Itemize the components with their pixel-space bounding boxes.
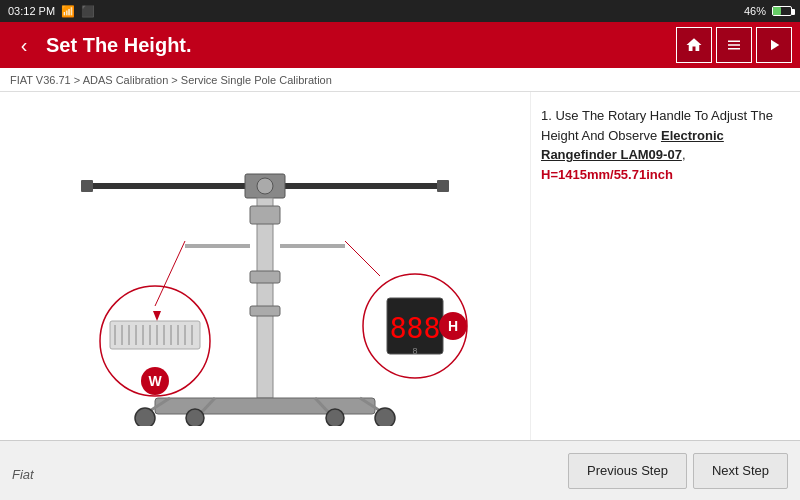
svg-point-18	[186, 409, 204, 426]
comma: ,	[682, 147, 686, 162]
calibration-diagram: W 888 8 H	[35, 106, 495, 426]
previous-step-button[interactable]: Previous Step	[568, 453, 687, 489]
svg-rect-6	[250, 206, 280, 224]
wifi-icon: 📶	[61, 5, 75, 18]
main-content: W 888 8 H 1. Use The Rotary Handle To Ad…	[0, 92, 800, 440]
svg-point-19	[326, 409, 344, 426]
status-left: 03:12 PM 📶 ⬛	[8, 5, 95, 18]
svg-rect-22	[110, 321, 200, 349]
svg-point-17	[375, 408, 395, 426]
svg-text:H: H	[448, 318, 458, 334]
status-right: 46%	[744, 5, 792, 17]
svg-point-16	[135, 408, 155, 426]
back-button[interactable]: ‹	[8, 29, 40, 61]
svg-rect-8	[250, 306, 280, 316]
svg-point-4	[257, 178, 273, 194]
breadcrumb-text: FIAT V36.71 > ADAS Calibration > Service…	[10, 74, 332, 86]
forward-button[interactable]	[756, 27, 792, 63]
status-bar: 03:12 PM 📶 ⬛ 46%	[0, 0, 800, 22]
footer: Fiat Previous Step Next Step	[0, 440, 800, 500]
instruction-text: 1. Use The Rotary Handle To Adjust The H…	[541, 106, 786, 184]
svg-rect-1	[81, 180, 93, 192]
red-text: H=1415mm/55.71inch	[541, 167, 673, 182]
next-step-button[interactable]: Next Step	[693, 453, 788, 489]
svg-text:8: 8	[412, 346, 417, 356]
svg-line-38	[345, 241, 380, 276]
svg-text:W: W	[148, 373, 162, 389]
page-title: Set The Height.	[46, 34, 676, 57]
svg-rect-7	[250, 271, 280, 283]
svg-line-20	[155, 241, 185, 306]
battery-icon	[772, 6, 792, 16]
diagram-area: W 888 8 H	[0, 92, 530, 440]
instructions-area: 1. Use The Rotary Handle To Adjust The H…	[530, 92, 800, 440]
breadcrumb: FIAT V36.71 > ADAS Calibration > Service…	[0, 68, 800, 92]
instruction-text-1: Use The Rotary Handle To Adjust The Heig…	[541, 108, 773, 143]
home-button[interactable]	[676, 27, 712, 63]
step-number: 1.	[541, 108, 552, 123]
header: ‹ Set The Height.	[0, 22, 800, 68]
svg-rect-5	[257, 198, 273, 398]
svg-marker-35	[153, 311, 161, 321]
time-display: 03:12 PM	[8, 5, 55, 17]
svg-text:888: 888	[390, 312, 441, 345]
battery-percentage: 46%	[744, 5, 766, 17]
notes-button[interactable]	[716, 27, 752, 63]
signal-icon: ⬛	[81, 5, 95, 18]
svg-rect-2	[437, 180, 449, 192]
header-icons	[676, 27, 792, 63]
brand-label: Fiat	[12, 467, 34, 482]
